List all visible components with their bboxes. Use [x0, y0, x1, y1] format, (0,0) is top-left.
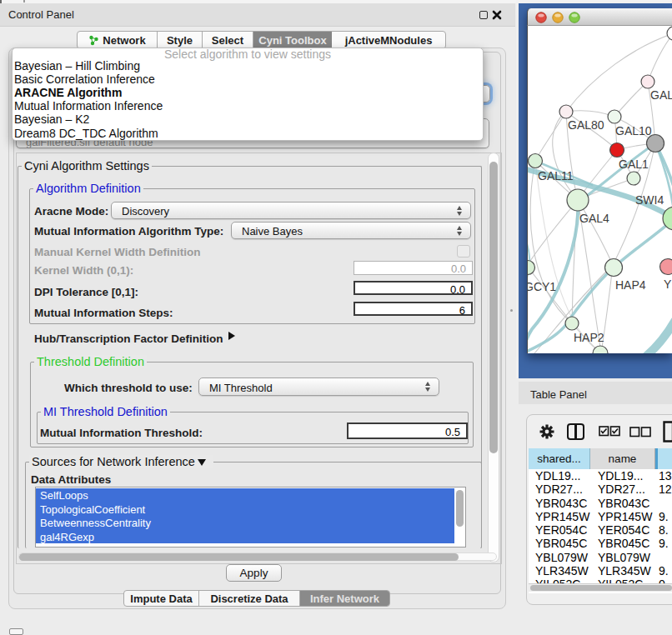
svg-text:GAL80: GAL80: [568, 118, 604, 132]
svg-text:HAP2: HAP2: [574, 331, 604, 344]
svg-text:GAL1: GAL1: [619, 158, 649, 171]
svg-text:GAL11: GAL11: [538, 169, 574, 182]
svg-text:GAL: GAL: [650, 88, 672, 102]
svg-text:GAL10: GAL10: [615, 124, 652, 138]
svg-text:SWI4: SWI4: [635, 193, 664, 207]
svg-text:Y: Y: [664, 278, 672, 291]
svg-text:GAL4: GAL4: [579, 212, 609, 225]
svg-text:GCY1: GCY1: [528, 280, 556, 293]
svg-text:HAP4: HAP4: [615, 278, 646, 292]
